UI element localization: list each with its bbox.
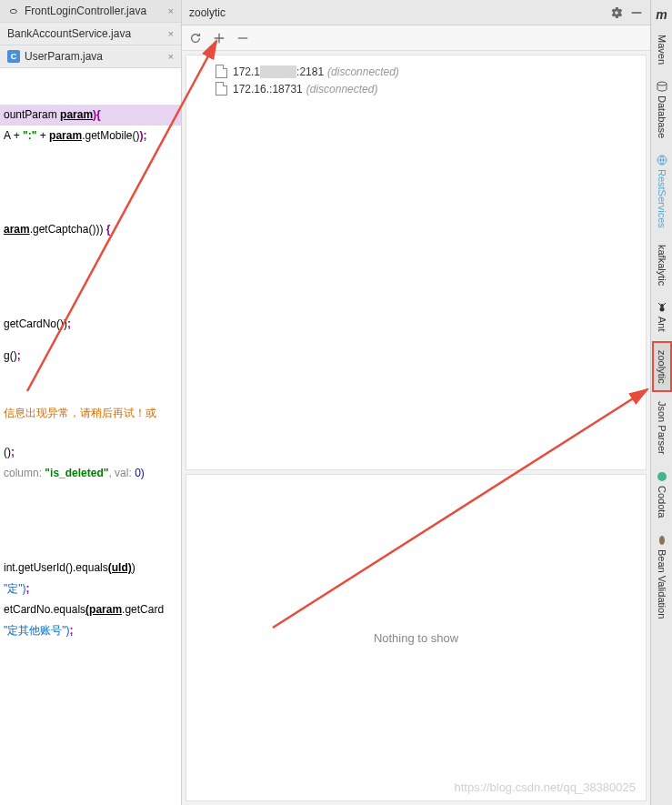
code-line: (); [0, 442, 181, 463]
tab-label: FrontLoginController.java [25, 5, 146, 17]
tab-label: UserParam.java [25, 50, 103, 63]
plus-icon[interactable] [213, 32, 226, 45]
connection-tree: 172.1 . .0.233:2181 (disconnected) 172.1… [186, 55, 647, 470]
minus-icon[interactable] [236, 32, 249, 45]
sidebar-item-beanvalidation[interactable]: Bean Validation [654, 528, 670, 626]
code-line: getCardNo()); [0, 314, 181, 335]
code-line: int.getUserId().equals(uId)) [0, 558, 181, 579]
tree-status: (disconnected) [327, 65, 399, 78]
tree-status: (disconnected) [306, 83, 378, 96]
ide-logo: m [656, 4, 667, 25]
sidebar-item-database[interactable]: Database [654, 74, 670, 146]
tab-bankaccount[interactable]: BankAccountService.java × [0, 23, 181, 45]
code-line: column: "is_deleted", val: 0) [0, 463, 181, 484]
sidebar-item-codota[interactable]: Codota [654, 464, 670, 525]
close-icon[interactable]: × [168, 5, 174, 16]
close-icon[interactable]: × [168, 51, 174, 62]
sidebar-item-zoolytic[interactable]: zoolytic [652, 341, 672, 393]
refresh-icon[interactable] [189, 32, 202, 45]
ant-icon [657, 302, 667, 313]
detail-pane: Nothing to show [186, 474, 647, 801]
class-icon: C [7, 50, 20, 63]
code-line: 信息出现异常，请稍后再试！或 [0, 403, 181, 424]
svg-point-5 [657, 472, 667, 481]
code-line: "定其他账号"); [0, 620, 181, 641]
minimize-icon[interactable] [630, 6, 643, 19]
file-tabs: ⬭ FrontLoginController.java × BankAccoun… [0, 0, 181, 68]
svg-rect-0 [632, 12, 642, 14]
tree-addr: 172.16. [233, 83, 269, 96]
tab-label: BankAccountService.java [7, 27, 131, 40]
svg-point-1 [657, 82, 667, 86]
svg-point-3 [660, 304, 664, 307]
code-line: etCardNo.equals(param.getCard [0, 599, 181, 620]
sidebar-item-maven[interactable]: Maven [654, 27, 670, 72]
tree-item[interactable]: 172.16. :18731 (disconnected) [190, 80, 642, 97]
sidebar-item-kafkalytic[interactable]: kafkalytic [654, 237, 670, 293]
empty-message: Nothing to show [374, 631, 458, 645]
sidebar-item-ant[interactable]: Ant [654, 295, 670, 339]
code-line: ountParam param){ [0, 105, 181, 126]
code-editor[interactable]: ountParam param){ A + ":" + param.getMob… [0, 68, 181, 805]
code-line: aram.getCaptcha())) { [0, 219, 181, 240]
code-line: g(); [0, 346, 181, 367]
codota-icon [657, 471, 667, 482]
database-icon [657, 81, 667, 92]
gear-icon[interactable] [610, 6, 623, 19]
right-sidebar: m Maven Database RestServices kafkalytic… [650, 0, 672, 805]
watermark: https://blog.csdn.net/qq_38380025 [455, 780, 637, 794]
code-line: "定"); [0, 579, 181, 599]
bean-icon [657, 535, 667, 546]
file-icon [216, 65, 227, 78]
tree-addr: 172.1 [233, 65, 260, 78]
sidebar-item-restservices[interactable]: RestServices [654, 147, 670, 236]
tool-header: zoolytic [182, 0, 650, 25]
close-icon[interactable]: × [168, 28, 174, 39]
tab-frontlogin[interactable]: ⬭ FrontLoginController.java × [0, 0, 181, 23]
tool-title: zoolytic [189, 6, 226, 19]
tab-userparam[interactable]: C UserParam.java × [0, 45, 181, 68]
sidebar-item-jsonparser[interactable]: Json Parser [654, 394, 670, 462]
tool-toolbar [182, 25, 650, 51]
file-icon [216, 82, 227, 96]
code-line: A + ":" + param.getMobile()); [0, 126, 181, 146]
java-icon: ⬭ [7, 5, 20, 17]
rest-icon [657, 155, 667, 166]
svg-point-6 [659, 536, 665, 545]
svg-point-4 [659, 307, 664, 312]
tree-item[interactable]: 172.1 . .0.233:2181 (disconnected) [190, 63, 642, 80]
